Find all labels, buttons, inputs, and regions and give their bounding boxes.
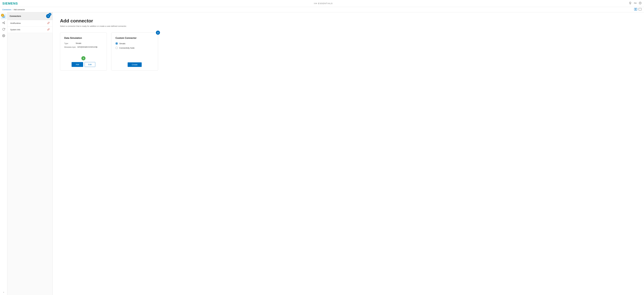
simatic-radio-label: Simatic bbox=[119, 42, 126, 45]
simatic-radio-item[interactable]: Simatic bbox=[116, 42, 154, 45]
svg-rect-6 bbox=[636, 8, 637, 10]
simatic-radio-circle[interactable] bbox=[116, 42, 118, 45]
app-title: IIH ESSENTIALS bbox=[314, 2, 333, 4]
layout-split-icon[interactable] bbox=[634, 8, 637, 12]
custom-connector-card-title: Custom Connector bbox=[116, 37, 154, 40]
topbar: SIEMENS IIH ESSENTIALS bbox=[0, 0, 644, 7]
main-layout: 1 » Connectors + 2 HmiRuntime bbox=[0, 12, 644, 295]
edit-button[interactable]: Edit bbox=[84, 62, 95, 67]
custom-connector-card: 2 Custom Connector Simatic Connectivity … bbox=[111, 32, 158, 70]
breadcrumb-connectors-link[interactable]: Connectors bbox=[2, 9, 11, 11]
page-subtitle: Select a connector that is ready for add… bbox=[60, 25, 637, 27]
data-simulation-card: Data Simulation Type: Simatic Metadata t… bbox=[60, 32, 107, 70]
svg-line-11 bbox=[3, 22, 4, 23]
step-badge-3: 3 bbox=[82, 56, 86, 60]
nav-badge-1: 1 bbox=[1, 14, 4, 17]
nav-refresh[interactable] bbox=[1, 26, 6, 32]
connectivity-suite-radio-item[interactable]: Connectivity Suite bbox=[116, 47, 154, 49]
data-simulation-card-title: Data Simulation bbox=[64, 37, 102, 40]
svg-point-0 bbox=[634, 3, 634, 3]
connectivity-suite-radio-circle[interactable] bbox=[116, 47, 118, 49]
type-value: Simatic bbox=[76, 42, 82, 44]
svg-point-1 bbox=[636, 3, 636, 3]
left-nav: 1 » bbox=[0, 12, 7, 295]
svg-line-12 bbox=[3, 23, 4, 24]
nav-connectors[interactable] bbox=[1, 20, 6, 26]
layout-full-icon[interactable] bbox=[638, 8, 642, 12]
link-icon-hmimruntime bbox=[47, 22, 50, 24]
svg-rect-7 bbox=[639, 8, 641, 10]
breadcrumb: Connectors / Add connector bbox=[2, 9, 25, 11]
sidebar-title: Connectors bbox=[10, 15, 21, 17]
svg-rect-5 bbox=[634, 8, 636, 10]
handshake-icon[interactable] bbox=[634, 2, 637, 5]
lightbulb-icon[interactable] bbox=[629, 2, 632, 5]
radio-group: Simatic Connectivity Suite bbox=[116, 42, 154, 49]
nav-dashboard[interactable]: 1 bbox=[1, 14, 6, 19]
type-field: Type: Simatic bbox=[64, 42, 102, 44]
sidebar-add-button[interactable]: + 2 bbox=[46, 14, 50, 18]
svg-point-13 bbox=[3, 36, 4, 36]
content-area: Add connector Select a connector that is… bbox=[53, 12, 644, 295]
sidebar-add-badge: 2 bbox=[48, 13, 51, 16]
type-label: Type: bbox=[64, 42, 74, 44]
sidebar-item-hmimruntime[interactable]: HmiRuntime bbox=[7, 20, 52, 26]
layout-controls bbox=[634, 8, 642, 12]
connectivity-suite-radio-label: Connectivity Suite bbox=[119, 47, 134, 49]
nav-expand[interactable]: » bbox=[3, 291, 4, 295]
metadata-value: ie/m/j/simatic/v1/simc1/dp bbox=[78, 46, 98, 48]
nav-settings[interactable] bbox=[1, 33, 6, 39]
cards-row: Data Simulation Type: Simatic Metadata t… bbox=[60, 32, 637, 70]
sidebar-item-name-hmimruntime: HmiRuntime bbox=[10, 22, 21, 24]
sidebar-add-wrapper: + 2 bbox=[46, 14, 50, 18]
svg-point-9 bbox=[4, 22, 5, 22]
sidebar-header: Connectors + 2 bbox=[7, 12, 52, 20]
svg-point-8 bbox=[2, 22, 3, 23]
sidebar-item-systeminfo[interactable]: System Info bbox=[7, 26, 52, 33]
page-title: Add connector bbox=[60, 18, 637, 24]
create-button[interactable]: Create bbox=[128, 62, 142, 67]
data-simulation-actions: 3 Add Edit bbox=[64, 58, 102, 67]
app-logo: SIEMENS bbox=[2, 2, 18, 6]
custom-connector-actions: Create bbox=[116, 59, 154, 67]
breadcrumb-bar: Connectors / Add connector bbox=[0, 7, 644, 12]
add-button[interactable]: Add bbox=[72, 62, 83, 67]
step-badge-2: 2 bbox=[156, 30, 160, 35]
sidebar-item-name-systeminfo: System Info bbox=[10, 28, 20, 31]
svg-point-10 bbox=[4, 24, 5, 24]
breadcrumb-current: Add connector bbox=[14, 9, 25, 11]
info-icon[interactable] bbox=[639, 2, 642, 5]
sidebar: Connectors + 2 HmiRuntime System Info bbox=[7, 12, 53, 295]
metadata-label: Metadata topic: bbox=[64, 46, 76, 48]
metadata-field: Metadata topic: ie/m/j/simatic/v1/simc1/… bbox=[64, 46, 102, 48]
link-icon-systeminfo bbox=[47, 28, 50, 31]
breadcrumb-separator: / bbox=[12, 9, 12, 11]
topbar-icons bbox=[629, 2, 642, 5]
